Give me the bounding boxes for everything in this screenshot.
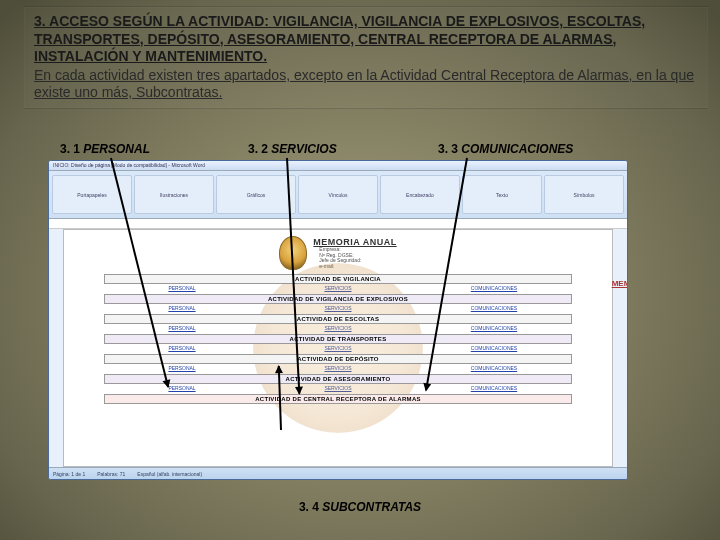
activity-row: ACTIVIDAD DE TRANSPORTES PERSONAL SERVIC… (104, 334, 572, 351)
memoria-economica-link: MEMORIA ECONÓMICA (612, 280, 628, 288)
label-personal-num: 3. 1 (60, 142, 80, 156)
ribbon-group: Vínculos (298, 175, 378, 214)
activity-row-cra: ACTIVIDAD DE CENTRAL RECEPTORA DE ALARMA… (104, 394, 572, 404)
activity-header: ACTIVIDAD DE ASESORAMIENTO (104, 374, 572, 384)
ribbon-group: Gráficos (216, 175, 296, 214)
activity-header: ACTIVIDAD DE TRANSPORTES (104, 334, 572, 344)
activity-header: ACTIVIDAD DE CENTRAL RECEPTORA DE ALARMA… (104, 394, 572, 404)
activity-row: ACTIVIDAD DE VIGILANCIA PERSONAL SERVICI… (104, 274, 572, 291)
label-personal: 3. 1 PERSONAL (60, 142, 150, 156)
activity-row: ACTIVIDAD DE ESCOLTAS PERSONAL SERVICIOS… (104, 314, 572, 331)
heading-subtitle: En cada actividad existen tres apartados… (34, 67, 698, 102)
label-comunicaciones-num: 3. 3 (438, 142, 458, 156)
sub-personal: PERSONAL (104, 285, 260, 291)
ribbon-group: Símbolos (544, 175, 624, 214)
activity-row: ACTIVIDAD DE ASESORAMIENTO PERSONAL SERV… (104, 374, 572, 391)
sub-servicios: SERVICIOS (260, 365, 416, 371)
status-lang: Español (alfab. internacional) (137, 471, 202, 477)
ribbon-group: Ilustraciones (134, 175, 214, 214)
ribbon-group: Encabezado (380, 175, 460, 214)
sub-servicios: SERVICIOS (260, 285, 416, 291)
sub-comunicaciones: COMUNICACIONES (416, 325, 572, 331)
sub-personal: PERSONAL (104, 305, 260, 311)
activity-header: ACTIVIDAD DE VIGILANCIA (104, 274, 572, 284)
sub-servicios: SERVICIOS (260, 385, 416, 391)
word-titlebar: INICIO: Diseño de página [Modo de compat… (49, 161, 627, 171)
word-ribbon: Portapapeles Ilustraciones Gráficos Vínc… (49, 171, 627, 219)
label-personal-text: PERSONAL (83, 142, 150, 156)
sub-comunicaciones: COMUNICACIONES (416, 365, 572, 371)
label-servicios-text: SERVICIOS (271, 142, 336, 156)
label-servicios-num: 3. 2 (248, 142, 268, 156)
form-line: e-mail: (319, 264, 396, 270)
document-area: MEMORIA ANUAL Empresa: Nº Reg. DGSE: Jef… (63, 229, 613, 467)
word-screenshot: INICIO: Diseño de página [Modo de compat… (48, 160, 628, 480)
ribbon-group: Texto (462, 175, 542, 214)
label-subcontratas-num: 3. 4 (299, 500, 319, 514)
activity-subrow: PERSONAL SERVICIOS COMUNICACIONES (104, 285, 572, 291)
label-comunicaciones: 3. 3 COMUNICACIONES (438, 142, 573, 156)
activity-header: ACTIVIDAD DE VIGILANCIA DE EXPLOSIVOS (104, 294, 572, 304)
status-words: Palabras: 71 (97, 471, 125, 477)
status-page: Página: 1 de 1 (53, 471, 85, 477)
label-comunicaciones-text: COMUNICACIONES (461, 142, 573, 156)
sub-servicios: SERVICIOS (260, 325, 416, 331)
sub-servicios: SERVICIOS (260, 305, 416, 311)
ruler (49, 219, 627, 229)
heading-title: 3. ACCESO SEGÚN LA ACTIVIDAD: VIGILANCIA… (34, 13, 698, 66)
sub-personal: PERSONAL (104, 345, 260, 351)
sub-personal: PERSONAL (104, 385, 260, 391)
sub-comunicaciones: COMUNICACIONES (416, 285, 572, 291)
sub-comunicaciones: COMUNICACIONES (416, 345, 572, 351)
word-statusbar: Página: 1 de 1 Palabras: 71 Español (alf… (49, 467, 627, 479)
activity-header: ACTIVIDAD DE DEPÓSITO (104, 354, 572, 364)
activity-header: ACTIVIDAD DE ESCOLTAS (104, 314, 572, 324)
sub-personal: PERSONAL (104, 325, 260, 331)
sub-servicios: SERVICIOS (260, 345, 416, 351)
sub-personal: PERSONAL (104, 365, 260, 371)
activity-row: ACTIVIDAD DE VIGILANCIA DE EXPLOSIVOS PE… (104, 294, 572, 311)
doc-form-fields: Empresa: Nº Reg. DGSE: Jefe de Seguridad… (319, 247, 396, 269)
heading-block: 3. ACCESO SEGÚN LA ACTIVIDAD: VIGILANCIA… (24, 6, 708, 109)
label-subcontratas-text: SUBCONTRATAS (322, 500, 421, 514)
activity-row: ACTIVIDAD DE DEPÓSITO PERSONAL SERVICIOS… (104, 354, 572, 371)
label-servicios: 3. 2 SERVICIOS (248, 142, 337, 156)
sub-comunicaciones: COMUNICACIONES (416, 385, 572, 391)
label-subcontratas: 3. 4 SUBCONTRATAS (0, 500, 720, 514)
